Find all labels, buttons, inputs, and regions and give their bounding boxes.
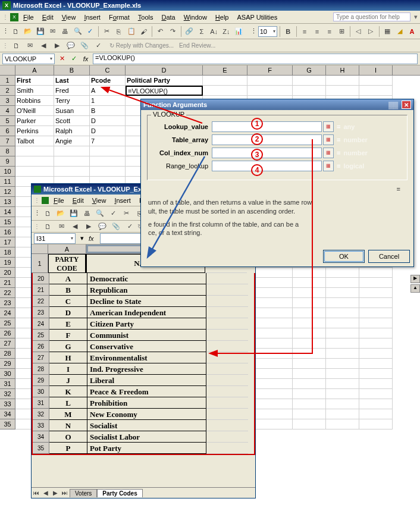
party-code-cell[interactable]: P bbox=[49, 443, 87, 454]
cell[interactable]: Terry bbox=[54, 96, 90, 106]
child-fx-button[interactable]: fx bbox=[89, 235, 94, 242]
rev-btn-2[interactable]: ✉ bbox=[24, 40, 36, 52]
party-code-cell[interactable]: G bbox=[49, 341, 87, 352]
cell[interactable]: Fred bbox=[54, 86, 90, 96]
cell[interactable] bbox=[359, 318, 393, 328]
cell[interactable]: Talbot bbox=[15, 136, 54, 146]
row-header[interactable]: 14 bbox=[0, 207, 15, 217]
row-header[interactable]: 29 bbox=[33, 375, 49, 386]
row-header[interactable]: 15 bbox=[0, 217, 15, 227]
party-code-cell[interactable]: F bbox=[49, 330, 87, 341]
party-name-cell[interactable]: Socialist Labor bbox=[87, 431, 206, 443]
spell-button[interactable]: ✓ bbox=[84, 26, 96, 37]
menu-file[interactable]: File bbox=[20, 12, 37, 22]
row-header[interactable]: 20 bbox=[0, 268, 15, 278]
cell[interactable] bbox=[326, 76, 359, 86]
cell[interactable]: A bbox=[90, 86, 126, 96]
cell[interactable] bbox=[326, 318, 359, 328]
new-button[interactable]: 🗋 bbox=[10, 26, 21, 37]
cell[interactable] bbox=[326, 359, 359, 369]
row-header[interactable]: 35 bbox=[0, 419, 15, 429]
row-header[interactable]: 10 bbox=[0, 167, 15, 177]
menu-window[interactable]: Window bbox=[180, 12, 211, 22]
reply-changes-button[interactable]: ↻ Reply with Changes... bbox=[109, 42, 174, 49]
cell[interactable] bbox=[326, 338, 359, 349]
child-menu-insert[interactable]: Insert bbox=[111, 196, 134, 205]
row-header[interactable]: 21 bbox=[33, 284, 49, 296]
row-header[interactable]: 26 bbox=[33, 341, 49, 352]
cell[interactable]: Pcode bbox=[90, 76, 126, 86]
party-name-cell[interactable]: Citizen Party bbox=[87, 318, 206, 330]
party-name-cell[interactable]: Republican bbox=[87, 284, 206, 296]
borders-button[interactable]: ▦ bbox=[381, 26, 393, 37]
party-name-cell[interactable]: Liberal bbox=[87, 375, 206, 386]
cell[interactable]: Perkins bbox=[15, 126, 54, 136]
row-header[interactable]: 13 bbox=[0, 197, 15, 207]
cell[interactable] bbox=[326, 268, 359, 278]
cell[interactable] bbox=[326, 399, 359, 409]
cell[interactable] bbox=[54, 167, 90, 177]
cell[interactable] bbox=[293, 298, 326, 308]
row-header[interactable]: 16 bbox=[0, 227, 15, 237]
column-header-h[interactable]: H bbox=[326, 65, 359, 75]
row-header[interactable]: 22 bbox=[33, 296, 49, 307]
undo-button[interactable]: ↶ bbox=[155, 26, 166, 37]
party-code-cell[interactable]: B bbox=[49, 284, 87, 296]
row-header[interactable]: 33 bbox=[33, 420, 49, 431]
cell[interactable]: Parker bbox=[15, 116, 54, 126]
mail-button[interactable]: ✉ bbox=[47, 26, 58, 37]
tab-nav-first[interactable]: ⏮ bbox=[32, 490, 41, 496]
cell[interactable] bbox=[326, 409, 359, 419]
cell[interactable]: =VLOOKUP() bbox=[126, 86, 203, 96]
cell[interactable] bbox=[359, 389, 393, 399]
cell[interactable] bbox=[326, 288, 359, 298]
ok-button[interactable]: OK bbox=[323, 250, 365, 263]
row-header[interactable]: 23 bbox=[0, 298, 15, 308]
row-header[interactable]: 3 bbox=[0, 96, 15, 106]
cell[interactable] bbox=[326, 278, 359, 288]
party-name-cell[interactable]: Peace & Freedom bbox=[87, 386, 206, 397]
dialog-close-button[interactable]: ✕ bbox=[402, 101, 411, 109]
indent-dec-button[interactable]: ◁ bbox=[353, 26, 364, 37]
row-header[interactable]: 30 bbox=[33, 386, 49, 397]
cell[interactable] bbox=[15, 146, 54, 156]
cell[interactable] bbox=[326, 86, 359, 96]
paste-button[interactable]: 📋 bbox=[126, 26, 137, 37]
party-code-cell[interactable]: J bbox=[49, 375, 87, 386]
cell[interactable] bbox=[293, 288, 326, 298]
help-dropdown-icon[interactable]: ▾ bbox=[414, 13, 418, 21]
range-lookup-input[interactable] bbox=[212, 161, 322, 171]
cell[interactable]: First bbox=[15, 76, 54, 86]
fill-color-button[interactable]: ◢ bbox=[394, 26, 405, 37]
tab-nav-prev[interactable]: ◀ bbox=[41, 490, 51, 496]
cell[interactable] bbox=[293, 409, 326, 419]
party-name-cell[interactable]: Pot Party bbox=[87, 443, 206, 454]
lookup-value-input[interactable] bbox=[212, 121, 322, 132]
menu-insert[interactable]: Insert bbox=[80, 12, 104, 22]
row-header[interactable]: 34 bbox=[0, 409, 15, 419]
row-header[interactable]: 25 bbox=[0, 318, 15, 328]
row-header[interactable]: 12 bbox=[0, 187, 15, 197]
scroll-up-button[interactable]: ▲ bbox=[410, 284, 420, 293]
row-header[interactable]: 27 bbox=[0, 338, 15, 349]
cell[interactable]: Last bbox=[54, 76, 90, 86]
party-code-cell[interactable]: L bbox=[49, 397, 87, 409]
cell[interactable] bbox=[326, 379, 359, 389]
cell[interactable] bbox=[203, 76, 247, 86]
menu-tools[interactable]: Tools bbox=[134, 12, 157, 22]
cell[interactable] bbox=[359, 409, 393, 419]
row-header[interactable]: 24 bbox=[33, 318, 49, 330]
cell[interactable] bbox=[326, 298, 359, 308]
row-header[interactable]: 20 bbox=[33, 273, 49, 284]
rev-btn-7[interactable]: ✓ bbox=[92, 40, 104, 52]
row-header[interactable]: 28 bbox=[0, 349, 15, 359]
party-code-cell[interactable]: M bbox=[49, 409, 87, 420]
cell[interactable] bbox=[359, 379, 393, 389]
row-header[interactable]: 23 bbox=[33, 307, 49, 318]
cell[interactable] bbox=[293, 359, 326, 369]
cell[interactable] bbox=[359, 278, 393, 288]
cell[interactable] bbox=[359, 328, 393, 338]
row-header[interactable]: 30 bbox=[0, 369, 15, 379]
row-header[interactable]: 32 bbox=[33, 409, 49, 420]
cut-button[interactable]: ✂ bbox=[101, 26, 112, 37]
